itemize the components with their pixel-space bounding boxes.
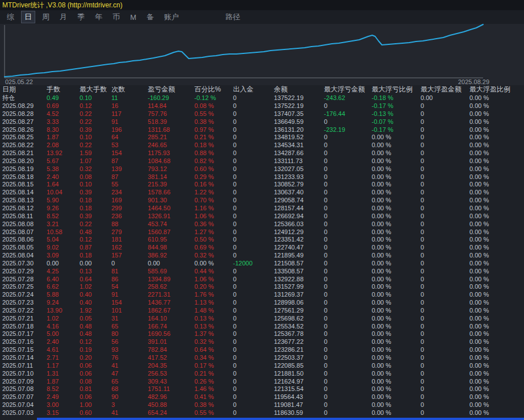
table-row[interactable]: 2025.07.184.160.4865166.740.13 %0125534.…	[0, 323, 524, 331]
table-row[interactable]: 2025.08.129.260.182991464.501.16 %012815…	[0, 205, 524, 213]
cell-value: 0.44 %	[194, 268, 233, 276]
column-header[interactable]: 日期	[2, 85, 47, 94]
cell-value: 1.02	[80, 283, 111, 291]
table-row-holding[interactable]: 持仓0.490.1011-160.29-0.12 %0137522.19-243…	[0, 94, 524, 102]
cell-value: 1326.91	[148, 213, 194, 221]
cell-value: 0.00 %	[372, 299, 421, 307]
cell-value: 4.16	[47, 323, 80, 331]
table-row[interactable]: 2025.07.088.520.81681751.111.46 %0121315…	[0, 385, 524, 393]
menu-item-周[interactable]: 周	[39, 11, 53, 23]
menu-item-币[interactable]: 币	[109, 11, 123, 23]
cell-value: 299	[111, 205, 148, 213]
table-row[interactable]: 2025.08.043.090.18157386.920.32 %0121895…	[0, 252, 524, 260]
table-row[interactable]: 2025.07.142.710.2076417.520.34 %0122503.…	[0, 354, 524, 362]
cell-value: 131269.37	[274, 291, 324, 299]
cell-date: 2025.08.08	[2, 221, 47, 228]
table-row[interactable]: 2025.07.101.310.0647256.530.21 %0121881.…	[0, 370, 524, 378]
table-row[interactable]: 2025.08.290.690.1216114.840.08 %0137522.…	[0, 102, 524, 110]
table-row[interactable]: 2025.07.162.400.1256391.010.32 %0123677.…	[0, 338, 524, 346]
table-row[interactable]: 2025.07.256.621.0254258.620.20 %0131527.…	[0, 283, 524, 291]
menu-item-账户[interactable]: 账户	[161, 11, 182, 23]
table-row[interactable]: 2025.08.222.080.2253246.650.18 %0134534.…	[0, 142, 524, 149]
menu-item-path[interactable]: 路径	[222, 11, 244, 23]
table-row[interactable]: 2025.07.072.490.0690482.960.41 %0119564.…	[0, 393, 524, 401]
column-header[interactable]: 最大手数	[80, 85, 111, 94]
cell-value: 0.00 %	[372, 276, 421, 284]
cell-value: 3.00	[47, 401, 80, 409]
table-row[interactable]: 2025.08.059.020.87162844.980.69 %0122740…	[0, 244, 524, 252]
cell-value: 0	[324, 213, 372, 221]
cell-value: 0	[421, 244, 469, 252]
table-row[interactable]: 2025.07.239.240.401541436.771.13 %012899…	[0, 299, 524, 307]
table-row[interactable]: 2025.08.205.671.07871084.680.82 %0133111…	[0, 157, 524, 165]
table-row[interactable]: 2025.08.2113.921.591541175.930.88 %01342…	[0, 149, 524, 157]
column-header[interactable]: 最大浮盈比例	[469, 85, 521, 94]
cell-value: 3.15	[47, 409, 80, 417]
menu-item-备[interactable]: 备	[143, 11, 157, 23]
table-row[interactable]: 2025.07.111.170.0641204.350.17 %0122085.…	[0, 362, 524, 370]
table-row[interactable]: 2025.07.286.400.64861394.891.06 %0132922…	[0, 276, 524, 284]
table-row[interactable]: 2025.07.175.000.48801690.561.37 %0125367…	[0, 330, 524, 338]
column-header[interactable]: 最大浮亏比例	[372, 85, 421, 94]
table-row[interactable]: 2025.08.083.210.2288453.740.36 %0125366.…	[0, 221, 524, 228]
menu-item-综[interactable]: 综	[3, 11, 18, 23]
equity-chart[interactable]: 025.05.22 2025.08.29	[0, 24, 524, 86]
column-header[interactable]: 手数	[47, 85, 80, 94]
cell-value: 0.00 %	[469, 268, 521, 276]
cell-value: 133111.73	[274, 157, 324, 165]
table-row[interactable]: 2025.08.251.870.1064285.210.21 %0134819.…	[0, 134, 524, 142]
cell-value: 0	[324, 165, 372, 173]
cell-value: 0	[421, 393, 469, 401]
cell-value: 121315.54	[274, 385, 324, 393]
cell-date: 2025.08.18	[2, 173, 47, 181]
cell-value: 0.13 %	[194, 315, 233, 323]
cell-value: 119564.43	[274, 393, 324, 401]
cell-value: 5.00	[47, 330, 80, 338]
cell-date: 2025.07.28	[2, 276, 47, 284]
table-row[interactable]: 2025.07.091.870.0865309.430.26 %0121624.…	[0, 378, 524, 386]
table-row[interactable]: 2025.07.245.880.40912271.311.76 %0131269…	[0, 291, 524, 299]
menu-item-月[interactable]: 月	[56, 11, 70, 23]
table-row[interactable]: 2025.08.182.400.0887381.140.29 %0131233.…	[0, 173, 524, 181]
table-row[interactable]: 2025.07.211.020.0531164.100.13 %0125698.…	[0, 315, 524, 323]
table-row[interactable]: 2025.08.195.380.32139793.120.60 %0132027…	[0, 165, 524, 173]
cell-value: 0	[324, 362, 372, 370]
menu-item-年[interactable]: 年	[92, 11, 106, 23]
column-header[interactable]: 出入金	[233, 85, 274, 94]
cell-value: 0	[421, 307, 469, 315]
table-row[interactable]: 2025.08.135.900.18169901.300.70 %0129058…	[0, 197, 524, 205]
column-header[interactable]: 最大浮盈金额	[421, 85, 469, 94]
table-row[interactable]: 2025.07.2213.901.921011862.671.48 %01275…	[0, 307, 524, 315]
bottom-scrollbar[interactable]	[37, 418, 524, 420]
cell-value: 0.00 %	[469, 354, 521, 362]
cell-value: 5.67	[47, 157, 80, 165]
column-header[interactable]: 百分比%	[194, 85, 233, 94]
table-row[interactable]: 2025.07.294.250.1381585.690.44 %0133508.…	[0, 268, 524, 276]
cell-date: 2025.07.03	[2, 409, 47, 417]
cell-value: 136649.59	[274, 118, 324, 126]
column-header[interactable]: 余额	[274, 85, 324, 94]
cell-value: 181	[111, 236, 148, 244]
table-row[interactable]: 2025.08.273.330.2291518.390.38 %0136649.…	[0, 118, 524, 126]
cell-value: 1.06 %	[194, 276, 233, 284]
table-row[interactable]: 2025.08.268.300.391961311.680.97 %013613…	[0, 126, 524, 134]
table-row[interactable]: 2025.08.118.520.392361326.911.06 %012669…	[0, 213, 524, 221]
table-row[interactable]: 2025.07.043.001.003450.880.38 %0119081.4…	[0, 401, 524, 409]
cell-value: 0	[324, 283, 372, 291]
table-row[interactable]: 2025.08.1410.040.392341578.661.22 %01306…	[0, 189, 524, 197]
table-row[interactable]: 2025.07.033.150.6041654.240.55 %0118630.…	[0, 409, 524, 417]
table-row[interactable]: 2025.08.065.040.12181610.950.50 %0123351…	[0, 236, 524, 244]
table-row[interactable]: 2025.08.284.520.22117757.760.55 %0137407…	[0, 110, 524, 118]
table-row[interactable]: 2025.08.0710.580.482791560.871.27 %01249…	[0, 228, 524, 236]
table-row[interactable]: 2025.07.300.000.0000.000.00 %-1200012150…	[0, 260, 524, 268]
menu-item-M[interactable]: M	[127, 12, 140, 23]
column-header[interactable]: 最大浮亏金额	[324, 85, 372, 94]
column-header[interactable]: 次数	[111, 85, 148, 94]
cell-value: 0	[233, 102, 274, 110]
column-header[interactable]: 盈亏金额	[148, 85, 194, 94]
table-row[interactable]: 2025.07.154.610.1993782.840.64 %0123286.…	[0, 346, 524, 354]
menu-item-季[interactable]: 季	[74, 11, 88, 23]
table-row[interactable]: 2025.08.151.640.1055215.390.16 %0130852.…	[0, 181, 524, 189]
cell-value: 0	[233, 94, 274, 102]
menu-item-日[interactable]: 日	[21, 11, 35, 23]
